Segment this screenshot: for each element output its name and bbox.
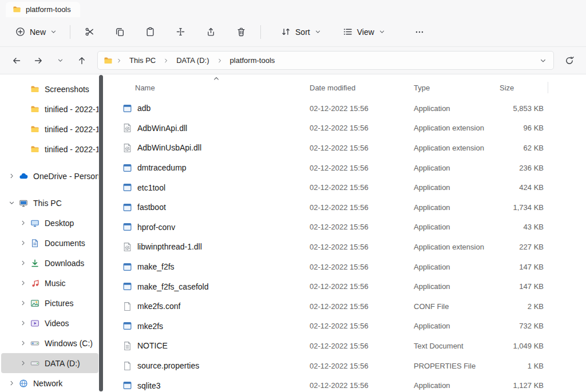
file-row[interactable]: libwinpthread-1.dll 02-12-2022 15:56 App… xyxy=(122,237,586,257)
sidebar-item[interactable]: tinified - 2022-12-0 xyxy=(1,99,98,119)
column-header-size[interactable]: Size xyxy=(500,80,544,95)
chevron-icon[interactable] xyxy=(7,172,16,181)
file-row[interactable]: make_f2fs_casefold 02-12-2022 15:56 Appl… xyxy=(122,276,586,296)
file-date-modified: 02-12-2022 15:56 xyxy=(310,282,414,291)
sidebar-item[interactable]: OneDrive - Personal xyxy=(1,166,98,186)
file-row[interactable]: make_f2fs 02-12-2022 15:56 Application 1… xyxy=(122,257,586,277)
copy-button[interactable] xyxy=(108,22,132,42)
sidebar-scrollbar-thumb[interactable] xyxy=(99,75,103,391)
column-header-name[interactable]: Name xyxy=(122,80,310,95)
file-row[interactable]: source.properties 02-12-2022 15:56 PROPE… xyxy=(122,356,586,376)
file-row[interactable]: etc1tool 02-12-2022 15:56 Application 42… xyxy=(122,177,586,197)
videos-icon xyxy=(30,319,39,328)
sidebar-item[interactable]: Documents xyxy=(1,233,98,253)
sidebar-item[interactable]: tinified - 2022-12-0 xyxy=(1,119,98,139)
breadcrumb-item[interactable]: platform-tools xyxy=(226,54,279,67)
column-header-date-modified[interactable]: Date modified xyxy=(310,80,414,95)
sidebar-item[interactable]: Windows (C:) xyxy=(1,333,98,353)
chevron-icon[interactable] xyxy=(18,359,27,368)
file-row[interactable]: dmtracedump 02-12-2022 15:56 Application… xyxy=(122,158,586,178)
file-name-cell: NOTICE xyxy=(122,341,310,351)
sidebar-item[interactable]: Screenshots xyxy=(1,79,98,99)
file-row[interactable]: adb 02-12-2022 15:56 Application 5,853 K… xyxy=(122,98,586,118)
sidebar-item[interactable]: Pictures xyxy=(1,293,98,313)
address-dropdown-button[interactable] xyxy=(535,53,551,69)
delete-button[interactable] xyxy=(229,22,254,42)
back-button[interactable] xyxy=(7,52,26,70)
file-date-modified: 02-12-2022 15:56 xyxy=(310,243,414,251)
sidebar-item[interactable]: Desktop xyxy=(1,213,98,233)
file-type: Application xyxy=(414,223,500,231)
sidebar-item[interactable]: Music xyxy=(1,273,98,293)
sidebar-item-label: Documents xyxy=(45,239,85,248)
breadcrumb-item[interactable]: This PC xyxy=(125,54,160,67)
copy-icon xyxy=(115,27,125,37)
chevron-icon[interactable] xyxy=(7,379,16,388)
up-button[interactable] xyxy=(72,52,92,70)
command-toolbar: New Sort View xyxy=(0,17,586,47)
column-header-row: Name Date modified Type Size xyxy=(122,80,586,95)
file-date-modified: 02-12-2022 15:56 xyxy=(310,124,414,132)
sidebar-item[interactable]: tinified - 2022-12-0 xyxy=(1,139,98,159)
sidebar-scrollbar[interactable] xyxy=(98,74,104,392)
rename-button[interactable] xyxy=(168,22,193,42)
chevron-icon[interactable] xyxy=(18,239,27,248)
sidebar-item[interactable]: Videos xyxy=(1,313,98,333)
file-list-pane: Name Date modified Type Size adb 02-12-2… xyxy=(104,74,586,392)
sidebar-item-label: Screenshots xyxy=(45,85,89,94)
sidebar-item[interactable]: DATA (D:) xyxy=(1,353,98,373)
file-row[interactable]: NOTICE 02-12-2022 15:56 Text Document 1,… xyxy=(122,336,586,356)
chevron-icon[interactable] xyxy=(18,319,27,328)
sort-button[interactable]: Sort xyxy=(275,22,327,42)
file-name: etc1tool xyxy=(137,183,165,192)
sidebar-item-label: Music xyxy=(45,279,66,288)
breadcrumb-chevron-icon[interactable] xyxy=(113,54,125,67)
chevron-icon[interactable] xyxy=(18,219,27,228)
chevron-icon[interactable] xyxy=(18,259,27,268)
file-size: 5,853 KB xyxy=(500,104,544,113)
file-name: hprof-conv xyxy=(137,223,175,232)
file-type: Text Document xyxy=(414,342,500,350)
sidebar-item[interactable]: This PC xyxy=(1,193,98,213)
view-button[interactable]: View xyxy=(336,22,391,42)
recent-locations-button[interactable] xyxy=(50,52,70,70)
chevron-icon[interactable] xyxy=(7,199,16,208)
cut-button[interactable] xyxy=(77,22,102,42)
file-row[interactable]: mke2fs 02-12-2022 15:56 Application 732 … xyxy=(122,316,586,336)
breadcrumb-chevron-icon[interactable] xyxy=(213,54,226,67)
view-button-label: View xyxy=(357,27,374,37)
file-size: 2 KB xyxy=(500,302,544,311)
file-row[interactable]: AdbWinApi.dll 02-12-2022 15:56 Applicati… xyxy=(122,118,586,138)
more-icon xyxy=(415,27,424,37)
file-row[interactable]: mke2fs.conf 02-12-2022 15:56 CONF File 2… xyxy=(122,296,586,316)
file-row[interactable]: hprof-conv 02-12-2022 15:56 Application … xyxy=(122,217,586,237)
refresh-button[interactable] xyxy=(560,52,579,70)
toolbar-divider xyxy=(260,25,261,39)
chevron-icon[interactable] xyxy=(18,339,27,348)
column-separator[interactable] xyxy=(548,82,548,93)
more-options-button[interactable] xyxy=(407,22,431,42)
file-row[interactable]: fastboot 02-12-2022 15:56 Application 1,… xyxy=(122,197,586,217)
paste-icon xyxy=(145,27,155,37)
file-date-modified: 02-12-2022 15:56 xyxy=(310,342,414,350)
file-size: 227 KB xyxy=(500,243,544,251)
file-row[interactable]: sqlite3 02-12-2022 15:56 Application 1,1… xyxy=(122,375,586,392)
window-tab[interactable]: platform-tools xyxy=(6,2,80,17)
share-button[interactable] xyxy=(199,22,223,42)
new-button[interactable]: New xyxy=(9,22,63,42)
forward-button[interactable] xyxy=(29,52,48,70)
file-row[interactable]: AdbWinUsbApi.dll 02-12-2022 15:56 Applic… xyxy=(122,138,586,158)
chevron-icon[interactable] xyxy=(18,279,27,288)
paste-button[interactable] xyxy=(138,22,163,42)
address-box[interactable]: This PC DATA (D:) platform-tools xyxy=(97,51,554,70)
file-type: Application xyxy=(414,203,500,212)
file-icon xyxy=(122,361,132,371)
sidebar-item[interactable]: Downloads xyxy=(1,253,98,273)
breadcrumb-item[interactable]: DATA (D:) xyxy=(172,54,213,67)
sidebar-item[interactable]: Network xyxy=(1,373,98,392)
column-header-type[interactable]: Type xyxy=(414,80,500,95)
breadcrumb-chevron-icon[interactable] xyxy=(160,54,172,67)
file-size: 147 KB xyxy=(500,282,544,291)
downloads-icon xyxy=(30,259,39,268)
chevron-icon[interactable] xyxy=(18,299,27,308)
